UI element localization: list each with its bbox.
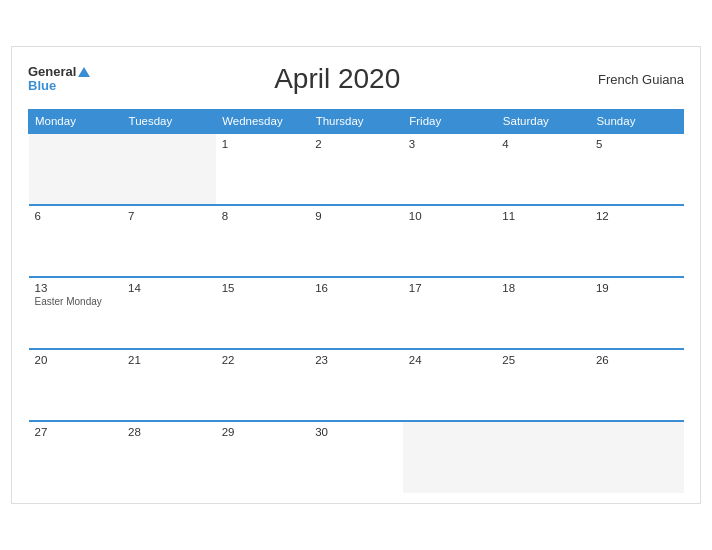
- calendar-day-cell: 26: [590, 349, 684, 421]
- day-number: 15: [222, 282, 304, 294]
- calendar-day-cell: 3: [403, 133, 497, 205]
- day-number: 21: [128, 354, 210, 366]
- header-saturday: Saturday: [496, 110, 590, 134]
- calendar-day-cell: 6: [29, 205, 123, 277]
- calendar-day-cell: 17: [403, 277, 497, 349]
- calendar-day-cell: 11: [496, 205, 590, 277]
- calendar-day-cell: [403, 421, 497, 493]
- calendar-header: General Blue April 2020 French Guiana: [28, 63, 684, 95]
- day-number: 29: [222, 426, 304, 438]
- calendar-day-cell: 14: [122, 277, 216, 349]
- calendar-day-cell: 2: [309, 133, 403, 205]
- calendar-day-cell: 16: [309, 277, 403, 349]
- day-number: 1: [222, 138, 304, 150]
- day-number: 11: [502, 210, 584, 222]
- calendar-day-cell: [496, 421, 590, 493]
- calendar-day-cell: 30: [309, 421, 403, 493]
- header-tuesday: Tuesday: [122, 110, 216, 134]
- logo-general-text: General: [28, 65, 76, 79]
- calendar-day-cell: 4: [496, 133, 590, 205]
- calendar-day-cell: 25: [496, 349, 590, 421]
- calendar-day-cell: 1: [216, 133, 310, 205]
- day-number: 6: [35, 210, 117, 222]
- calendar-day-cell: 22: [216, 349, 310, 421]
- calendar-day-cell: 12: [590, 205, 684, 277]
- calendar-grid: Monday Tuesday Wednesday Thursday Friday…: [28, 109, 684, 493]
- day-number: 12: [596, 210, 678, 222]
- calendar-day-cell: 23: [309, 349, 403, 421]
- day-number: 10: [409, 210, 491, 222]
- calendar-week-row: 27282930: [29, 421, 684, 493]
- day-number: 8: [222, 210, 304, 222]
- calendar-week-row: 20212223242526: [29, 349, 684, 421]
- header-thursday: Thursday: [309, 110, 403, 134]
- header-sunday: Sunday: [590, 110, 684, 134]
- calendar-day-cell: 7: [122, 205, 216, 277]
- calendar-container: General Blue April 2020 French Guiana Mo…: [11, 46, 701, 504]
- header-wednesday: Wednesday: [216, 110, 310, 134]
- calendar-day-cell: 19: [590, 277, 684, 349]
- calendar-week-row: 13Easter Monday141516171819: [29, 277, 684, 349]
- calendar-day-cell: 5: [590, 133, 684, 205]
- day-number: 3: [409, 138, 491, 150]
- logo-triangle-icon: [78, 67, 90, 77]
- header-friday: Friday: [403, 110, 497, 134]
- calendar-day-cell: [590, 421, 684, 493]
- calendar-day-cell: 10: [403, 205, 497, 277]
- day-number: 16: [315, 282, 397, 294]
- day-number: 9: [315, 210, 397, 222]
- day-number: 28: [128, 426, 210, 438]
- day-number: 27: [35, 426, 117, 438]
- day-number: 19: [596, 282, 678, 294]
- calendar-week-row: 12345: [29, 133, 684, 205]
- calendar-title: April 2020: [90, 63, 584, 95]
- calendar-day-cell: 15: [216, 277, 310, 349]
- day-number: 4: [502, 138, 584, 150]
- day-number: 14: [128, 282, 210, 294]
- calendar-day-cell: [29, 133, 123, 205]
- calendar-day-cell: 20: [29, 349, 123, 421]
- day-event: Easter Monday: [35, 296, 117, 307]
- calendar-day-cell: 8: [216, 205, 310, 277]
- day-number: 17: [409, 282, 491, 294]
- calendar-day-cell: 28: [122, 421, 216, 493]
- calendar-day-cell: 29: [216, 421, 310, 493]
- day-number: 5: [596, 138, 678, 150]
- day-number: 13: [35, 282, 117, 294]
- calendar-day-cell: 18: [496, 277, 590, 349]
- day-number: 26: [596, 354, 678, 366]
- weekday-header-row: Monday Tuesday Wednesday Thursday Friday…: [29, 110, 684, 134]
- day-number: 7: [128, 210, 210, 222]
- header-monday: Monday: [29, 110, 123, 134]
- day-number: 23: [315, 354, 397, 366]
- day-number: 24: [409, 354, 491, 366]
- calendar-day-cell: 9: [309, 205, 403, 277]
- calendar-week-row: 6789101112: [29, 205, 684, 277]
- calendar-day-cell: 21: [122, 349, 216, 421]
- calendar-day-cell: 13Easter Monday: [29, 277, 123, 349]
- logo-general: General: [28, 65, 90, 79]
- day-number: 22: [222, 354, 304, 366]
- day-number: 18: [502, 282, 584, 294]
- calendar-day-cell: [122, 133, 216, 205]
- logo-blue-text: Blue: [28, 79, 90, 93]
- calendar-region: French Guiana: [584, 72, 684, 87]
- day-number: 30: [315, 426, 397, 438]
- calendar-day-cell: 24: [403, 349, 497, 421]
- logo: General Blue: [28, 65, 90, 94]
- day-number: 20: [35, 354, 117, 366]
- day-number: 25: [502, 354, 584, 366]
- day-number: 2: [315, 138, 397, 150]
- calendar-day-cell: 27: [29, 421, 123, 493]
